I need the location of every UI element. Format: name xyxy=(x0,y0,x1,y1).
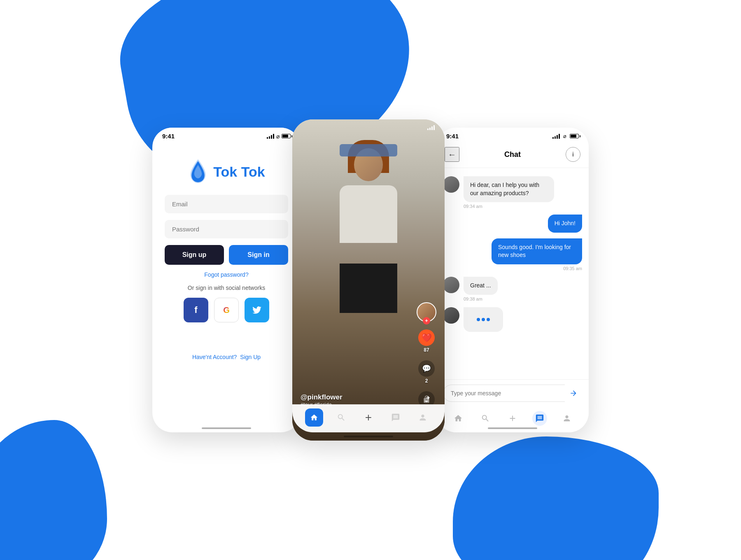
twitter-icon xyxy=(252,306,261,314)
send-icon xyxy=(569,389,578,397)
nav-search[interactable] xyxy=(332,408,350,427)
message-1: Hi dear, can I help you with our amazing… xyxy=(443,176,582,209)
message-4: Great ... 09:38 am xyxy=(443,277,582,301)
right-status-icons: ⌀ xyxy=(552,133,579,139)
chat-header: ← Chat i xyxy=(436,143,589,168)
video-bottom-nav: + xyxy=(292,404,445,432)
logo-drop-icon xyxy=(188,159,208,184)
dot-1 xyxy=(477,318,480,321)
video-status-icons xyxy=(427,125,435,130)
signal-bars xyxy=(267,134,274,139)
login-content: Tok Tok Sign up Sign in Fogot password? … xyxy=(152,143,301,369)
video-username: @pinkflower xyxy=(301,393,343,401)
right-home-indicator xyxy=(488,427,537,429)
msg-bubble-1: Hi dear, can I help you with our amazing… xyxy=(464,176,554,202)
nav-profile[interactable] xyxy=(414,408,432,427)
chat-nav-add[interactable] xyxy=(505,411,520,426)
chat-phone: 9:41 ⌀ ← Chat i xyxy=(436,128,589,432)
home-indicator xyxy=(202,427,251,429)
chat-nav-messages-active[interactable] xyxy=(532,411,547,426)
info-button[interactable]: i xyxy=(566,147,580,162)
heart-icon: ❤️ xyxy=(418,329,435,346)
search-icon xyxy=(332,408,350,427)
v-bar-4 xyxy=(433,125,435,130)
person-cap xyxy=(340,144,397,156)
sender-avatar-2 xyxy=(443,277,459,293)
video-user-avatar: + xyxy=(417,302,436,322)
twitter-button[interactable] xyxy=(245,298,269,322)
comment-icon: 💬 xyxy=(418,360,435,377)
nav-home[interactable] xyxy=(305,408,323,427)
right-battery xyxy=(570,134,579,138)
message-icon xyxy=(387,408,405,427)
nav-messages[interactable] xyxy=(387,408,405,427)
msg-bubble-3: Sounds good. I'm looking for new shoes xyxy=(492,238,582,264)
chat-nav-search[interactable] xyxy=(478,411,493,426)
person-shirt xyxy=(340,185,397,243)
send-button[interactable] xyxy=(565,385,582,402)
likes-count: 87 xyxy=(424,347,429,353)
signal-bar-4 xyxy=(273,134,274,139)
v-bar-1 xyxy=(427,128,429,130)
video-actions: + ❤️ 87 💬 2 xyxy=(417,302,436,408)
video-phone: @pinkflower #tour #florida + ❤️ 87 xyxy=(292,119,445,441)
video-home-indicator xyxy=(344,436,393,437)
message-3: Sounds good. I'm looking for new shoes 0… xyxy=(443,238,582,271)
typing-dots xyxy=(470,312,496,327)
back-button[interactable]: ← xyxy=(445,147,459,162)
chat-nav-profile[interactable] xyxy=(559,411,574,426)
video-status-bar xyxy=(292,119,445,133)
password-input[interactable] xyxy=(165,220,288,238)
home-icon-bg xyxy=(305,408,323,427)
auth-buttons: Sign up Sign in xyxy=(165,245,288,265)
dot-2 xyxy=(482,318,485,321)
comments-count: 2 xyxy=(425,378,428,384)
r-bar-2 xyxy=(555,136,556,139)
typing-indicator xyxy=(464,307,503,332)
msg-bubble-2: Hi John! xyxy=(548,215,582,233)
follow-plus-icon: + xyxy=(423,317,430,324)
video-signal xyxy=(427,125,435,130)
facebook-button[interactable]: f xyxy=(184,298,208,322)
follow-action[interactable]: + xyxy=(417,302,436,322)
msg-bubble-4: Great ... xyxy=(464,277,498,295)
msg-4-time: 09:38 am xyxy=(464,296,498,301)
nav-add[interactable]: + xyxy=(359,408,377,427)
chat-messages: Hi dear, can I help you with our amazing… xyxy=(436,168,589,379)
message-input[interactable] xyxy=(443,385,582,402)
signup-prompt: Have'nt Account? Sign Up xyxy=(192,354,261,360)
chat-profile-icon xyxy=(562,414,571,423)
login-phone: 9:41 ⌀ xyxy=(152,128,301,432)
msg-1-time: 09:34 am xyxy=(464,204,554,209)
v-bar-3 xyxy=(431,126,433,130)
left-status-time: 9:41 xyxy=(162,133,175,140)
signin-button[interactable]: Sign in xyxy=(229,245,288,265)
chat-message-icon xyxy=(535,414,544,423)
like-action[interactable]: ❤️ 87 xyxy=(418,329,435,353)
google-logo: G xyxy=(223,306,230,315)
right-wifi-icon: ⌀ xyxy=(563,133,566,139)
sender-avatar-3 xyxy=(443,307,459,324)
msg-2-col: Hi John! xyxy=(443,215,582,233)
profile-icon xyxy=(414,408,432,427)
r-bar-4 xyxy=(559,134,560,139)
video-screen: @pinkflower #tour #florida + ❤️ 87 xyxy=(292,119,445,441)
right-signal-bars xyxy=(552,134,560,139)
v-bar-2 xyxy=(429,128,431,130)
battery-fill xyxy=(282,135,288,138)
forgot-password-link[interactable]: Fogot password? xyxy=(204,271,248,278)
signup-button[interactable]: Sign up xyxy=(165,245,224,265)
left-status-bar: 9:41 ⌀ xyxy=(152,128,301,143)
signup-link[interactable]: Sign Up xyxy=(240,354,261,360)
chat-nav-home[interactable] xyxy=(451,411,466,426)
right-status-time: 9:41 xyxy=(446,133,459,140)
logo-text: Tok Tok xyxy=(213,164,265,180)
chat-add-icon xyxy=(508,414,517,423)
email-input[interactable] xyxy=(165,195,288,213)
r-bar-3 xyxy=(557,135,558,139)
comment-action[interactable]: 💬 2 xyxy=(418,360,435,384)
google-button[interactable]: G xyxy=(214,298,239,322)
right-battery-fill xyxy=(571,135,576,138)
home-icon xyxy=(310,413,318,422)
dot-3 xyxy=(487,318,490,321)
